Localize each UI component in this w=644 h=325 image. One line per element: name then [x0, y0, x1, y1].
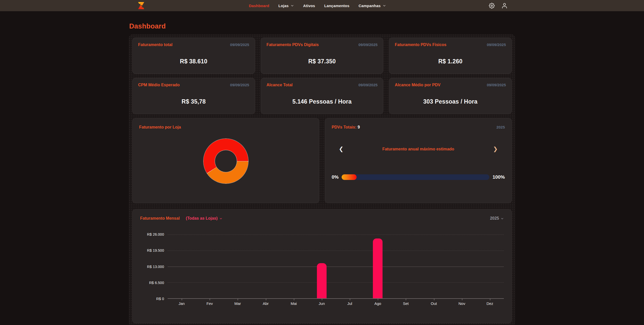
y-axis-labels: R$ 0R$ 6.500R$ 13.000R$ 19.500R$ 26.000	[140, 234, 168, 299]
chart-title: Faturamento Mensal	[140, 216, 180, 221]
bar-slot-abr	[252, 234, 280, 298]
y-tick-label: R$ 13.000	[147, 265, 164, 269]
chevron-down-icon	[290, 4, 294, 7]
x-tick	[378, 299, 378, 300]
kpi-title: Faturamento total	[138, 43, 172, 47]
x-tick-label: Fev	[196, 301, 224, 306]
y-tick-label: R$ 19.500	[147, 248, 164, 252]
year-label: 2025	[490, 216, 499, 221]
x-tick	[490, 299, 490, 300]
kpi-value: R$ 1.260	[395, 58, 506, 65]
nav-item-lojas[interactable]: Lojas	[279, 4, 294, 8]
kpi-card-faturamento-fisicos: Faturamento PDVs Físicos 09/09/2025 R$ 1…	[389, 38, 512, 74]
dashboard-page: Dashboard Faturamento total 09/09/2025 R…	[129, 22, 515, 325]
bar-slot-jun	[308, 234, 336, 298]
x-tick	[266, 299, 266, 300]
bar-chart: R$ 0R$ 6.500R$ 13.000R$ 19.500R$ 26.000 …	[140, 234, 504, 306]
kpi-value: R$ 38.610	[138, 58, 249, 65]
page-title: Dashboard	[129, 22, 515, 30]
kpi-value: 5.146 Pessoas / Hora	[267, 98, 378, 105]
store-filter-select[interactable]: (Todas as Lojas)	[186, 216, 223, 221]
nav-item-ativos[interactable]: Ativos	[303, 4, 315, 8]
progress-min-label: 0%	[332, 174, 339, 180]
store-filter-label: (Todas as Lojas)	[186, 216, 218, 221]
dashboard-board: Faturamento total 09/09/2025 R$ 38.610 F…	[129, 34, 515, 325]
kpi-value: R$ 37.350	[267, 58, 378, 65]
nav-label: Ativos	[303, 4, 315, 8]
kpi-title: CPM Médio Esperado	[138, 83, 180, 87]
donut-hole	[215, 150, 237, 172]
progress-track[interactable]	[342, 174, 489, 180]
bar-slot-ago	[364, 234, 392, 298]
x-slot-mai: Mai	[280, 299, 308, 306]
y-tick-label: R$ 6.500	[149, 281, 164, 285]
donut-chart[interactable]	[203, 139, 248, 183]
bar-slot-nov	[448, 234, 476, 298]
nav-item-dashboard[interactable]: Dashboard	[249, 4, 269, 8]
year-select[interactable]: 2025	[490, 216, 504, 221]
bar-jun[interactable]	[317, 263, 327, 298]
x-tick-label: Jan	[168, 301, 196, 306]
x-tick	[406, 299, 406, 300]
brand-logo-icon	[136, 2, 146, 9]
chevron-down-icon	[383, 4, 386, 7]
bar-slot-set	[392, 234, 420, 298]
bars	[168, 234, 504, 298]
nav-item-campanhas[interactable]: Campanhas	[359, 4, 386, 8]
x-tick-label: Jul	[336, 301, 364, 306]
x-tick-label: Set	[392, 301, 420, 306]
y-tick-label: R$ 26.000	[147, 232, 164, 236]
kpi-date: 09/09/2025	[487, 83, 506, 87]
kpi-card-faturamento-digitais: Faturamento PDVs Digitais 09/09/2025 R$ …	[261, 38, 384, 74]
user-icon	[501, 3, 508, 9]
nav-item-lancamentos[interactable]: Lançamentos	[324, 4, 349, 8]
x-tick-label: Dez	[476, 301, 504, 306]
kpi-title: Faturamento PDVs Digitais	[267, 43, 319, 47]
store-revenue-card: Faturamento por Loja	[132, 118, 319, 203]
top-nav-bar: Dashboard Lojas Ativos Lançamentos Campa…	[0, 0, 644, 11]
pdv-totals-title: PDVs Totais: 9	[332, 125, 360, 130]
profile-button[interactable]	[501, 3, 508, 9]
x-slot-out: Out	[420, 299, 448, 306]
x-tick	[210, 299, 210, 300]
y-tick-label: R$ 0	[156, 297, 164, 301]
bar-slot-jan	[168, 234, 196, 298]
brand-logo[interactable]	[136, 2, 146, 9]
nav-label: Campanhas	[359, 4, 381, 8]
x-slot-mar: Mar	[224, 299, 252, 306]
x-slot-fev: Fev	[196, 299, 224, 306]
settings-button[interactable]	[489, 3, 495, 9]
progress-fill	[342, 174, 356, 180]
x-slot-abr: Abr	[252, 299, 280, 306]
bar-ago[interactable]	[373, 238, 383, 298]
kpi-date: 09/09/2025	[358, 83, 377, 87]
bar-slot-mar	[224, 234, 252, 298]
kpi-title: Alcance Total	[267, 83, 293, 87]
progress-row: 0% 100%	[332, 174, 505, 180]
kpi-date: 09/09/2025	[230, 83, 249, 87]
x-tick	[182, 299, 182, 300]
pdv-year: 2025	[496, 125, 505, 129]
carousel-title: Faturamento anual máximo estimado	[382, 147, 454, 151]
kpi-card-faturamento-total: Faturamento total 09/09/2025 R$ 38.610	[132, 38, 255, 74]
metric-carousel: ❮ Faturamento anual máximo estimado ❯	[332, 146, 505, 152]
x-slot-nov: Nov	[448, 299, 476, 306]
bar-slot-mai	[280, 234, 308, 298]
x-tick	[462, 299, 462, 300]
kpi-value: 303 Pessoas / Hora	[395, 98, 506, 105]
pdv-count: 9	[358, 125, 360, 129]
nav-label: Lançamentos	[324, 4, 349, 8]
x-tick	[238, 299, 238, 300]
kpi-grid: Faturamento total 09/09/2025 R$ 38.610 F…	[132, 38, 512, 114]
x-tick-label: Mar	[224, 301, 252, 306]
kpi-card-alcance-medio-pdv: Alcance Médio por PDV 09/09/2025 303 Pes…	[389, 78, 512, 114]
carousel-prev-button[interactable]: ❮	[339, 146, 343, 152]
x-tick-label: Jun	[308, 301, 336, 306]
chevron-down-icon	[219, 217, 223, 220]
x-tick-label: Abr	[252, 301, 280, 306]
carousel-next-button[interactable]: ❯	[493, 146, 498, 152]
pdv-summary-card: PDVs Totais: 9 2025 ❮ Faturamento anual …	[325, 118, 512, 203]
main-nav: Dashboard Lojas Ativos Lançamentos Campa…	[249, 4, 386, 8]
x-slot-dez: Dez	[476, 299, 504, 306]
kpi-card-cpm-medio: CPM Médio Esperado 09/09/2025 R$ 35,78	[132, 78, 255, 114]
